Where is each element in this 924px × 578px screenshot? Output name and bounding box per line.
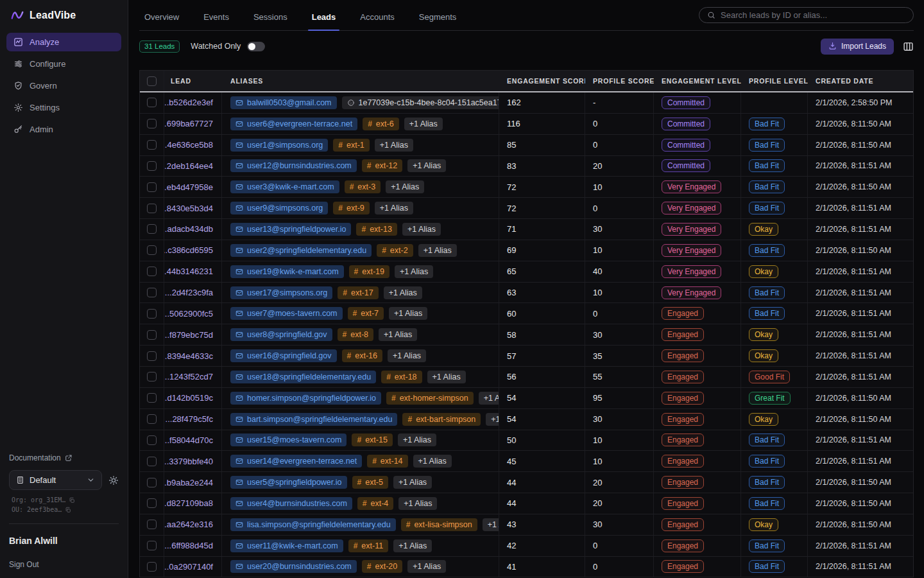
lead-id-link[interactable]: ...adacb434db — [164, 224, 213, 234]
lead-id-link[interactable]: ...f879ebc75d — [164, 330, 213, 340]
alias-more-chip[interactable]: +1 Alias — [407, 159, 446, 172]
lead-id-link[interactable]: ...5062900fc5 — [164, 309, 213, 319]
tab-segments[interactable]: Segments — [418, 12, 458, 30]
sidebar-item-admin[interactable]: Admin — [6, 120, 121, 139]
alias-email-text: balwill0503@gmail.com — [247, 98, 332, 107]
lead-id-link[interactable]: ...d827109ba8 — [164, 498, 213, 508]
alias-more-chip[interactable]: +1 Alias — [404, 118, 443, 130]
lead-id-link[interactable]: ...f58044d70c — [164, 435, 213, 445]
lead-id-link[interactable]: ...1243f52cd7 — [164, 372, 213, 381]
alias-email-text: user5@springfieldpower.io — [247, 478, 342, 487]
row-checkbox[interactable] — [147, 393, 157, 403]
sidebar-item-analyze[interactable]: Analyze — [6, 33, 121, 51]
environment-select[interactable]: Default — [9, 470, 102, 490]
tab-overview[interactable]: Overview — [143, 12, 180, 30]
alias-more-chip[interactable]: +1 Alias — [395, 265, 433, 278]
row-checkbox[interactable] — [147, 330, 157, 340]
row-checkbox[interactable] — [147, 288, 157, 297]
row-checkbox[interactable] — [147, 562, 157, 572]
alias-more-chip[interactable]: +1 Alias — [379, 328, 417, 341]
lead-id-link[interactable]: ...4e636ce5b8 — [164, 140, 213, 150]
sidebar-item-configure[interactable]: Configure — [6, 55, 121, 73]
alias-more-chip[interactable]: +1 Alias — [407, 560, 446, 573]
alias-more-chip[interactable]: +1 Alias — [418, 244, 457, 257]
row-checkbox[interactable] — [147, 204, 157, 213]
lead-id-link[interactable]: ...aa2642e316 — [164, 520, 213, 529]
row-checkbox[interactable] — [147, 245, 157, 255]
row-checkbox[interactable] — [147, 267, 157, 276]
alias-more-chip[interactable]: +1 Alias — [398, 497, 437, 510]
row-checkbox[interactable] — [147, 351, 157, 361]
alias-more-chip[interactable]: +1 Alias — [479, 392, 499, 405]
alias-email-text: user2@springfieldelementary.edu — [247, 246, 366, 255]
row-checkbox[interactable] — [147, 478, 157, 487]
mail-icon — [235, 436, 243, 444]
lead-id-link[interactable]: ...2d4f23c9fa — [165, 288, 213, 297]
alias-more-chip[interactable]: +1 Alias — [413, 455, 452, 468]
lead-id-link[interactable]: ...eb4d47958e — [164, 182, 213, 192]
row-checkbox[interactable] — [147, 435, 157, 445]
row-checkbox[interactable] — [147, 498, 157, 508]
alias-more-chip[interactable]: +1 Alias — [389, 307, 427, 320]
engagement-score-value: 72 — [499, 177, 585, 197]
lead-id-link[interactable]: ...699ba67727 — [164, 119, 213, 128]
alias-more-chip[interactable]: +1 Alias — [427, 371, 466, 383]
lead-id-link[interactable]: ...c386cd6595 — [164, 245, 213, 255]
lead-id-link[interactable]: ...28f479c5fc — [166, 414, 213, 424]
column-settings-button[interactable] — [903, 41, 914, 52]
lead-id-link[interactable]: ...44b3146231 — [164, 267, 213, 276]
import-leads-button[interactable]: Import Leads — [821, 39, 894, 55]
lead-id-link[interactable]: ...6ff988d45d — [164, 541, 213, 550]
theme-toggle-button[interactable] — [108, 475, 119, 486]
engagement-level-badge: Engaged — [662, 518, 704, 531]
alias-more-text: +1 Alias — [413, 562, 441, 571]
row-checkbox[interactable] — [147, 98, 157, 107]
lead-id-link[interactable]: ...b526d2e3ef — [164, 98, 213, 107]
lead-id-link[interactable]: ...0a2907140f — [164, 562, 213, 572]
row-checkbox[interactable] — [147, 457, 157, 466]
alias-ext-text: ext-2 — [390, 246, 408, 255]
alias-more-chip[interactable]: +1 Alias — [375, 139, 413, 152]
row-checkbox[interactable] — [147, 541, 157, 550]
lead-id-link[interactable]: ...8430e5b3d4 — [164, 204, 213, 213]
lead-id-link[interactable]: ...d142b0519c — [164, 393, 213, 403]
sign-out-link[interactable]: Sign Out — [9, 560, 119, 569]
select-all-checkbox[interactable] — [147, 76, 157, 86]
alias-more-chip[interactable]: +1 Alias — [402, 223, 441, 236]
tab-accounts[interactable]: Accounts — [359, 12, 395, 30]
documentation-label: Documentation — [9, 453, 61, 462]
alias-more-chip[interactable]: +1 Alias — [483, 518, 499, 531]
tab-sessions[interactable]: Sessions — [252, 12, 289, 30]
sidebar-item-govern[interactable]: Govern — [6, 76, 121, 95]
row-checkbox[interactable] — [147, 520, 157, 529]
alias-more-chip[interactable]: +1 Alias — [398, 434, 436, 446]
copy-icon[interactable] — [69, 497, 75, 504]
search-input[interactable] — [721, 10, 905, 20]
watched-only-toggle[interactable] — [247, 42, 265, 51]
alias-more-chip[interactable]: +1 Alias — [486, 413, 499, 426]
lead-id-link[interactable]: ...2deb164ee4 — [164, 161, 213, 171]
alias-more-chip[interactable]: +1 Alias — [386, 180, 424, 193]
alias-more-chip[interactable]: +1 Alias — [384, 286, 422, 299]
lead-id-link[interactable]: ...3379bbfe40 — [164, 457, 213, 466]
copy-icon[interactable] — [65, 507, 71, 513]
alias-more-chip[interactable]: +1 Alias — [393, 539, 432, 552]
alias-more-chip[interactable]: +1 Alias — [388, 349, 426, 362]
sidebar-item-settings[interactable]: Settings — [6, 98, 121, 117]
tab-events[interactable]: Events — [202, 12, 230, 30]
lead-id-link[interactable]: ...8394e4633c — [164, 351, 213, 361]
row-checkbox[interactable] — [147, 224, 157, 234]
alias-more-chip[interactable]: +1 Alias — [393, 476, 432, 489]
row-checkbox[interactable] — [147, 140, 157, 150]
tab-leads[interactable]: Leads — [311, 12, 338, 30]
lead-id-link[interactable]: ...b9aba2e244 — [164, 478, 213, 487]
row-checkbox[interactable] — [147, 309, 157, 319]
row-checkbox[interactable] — [147, 161, 157, 171]
row-checkbox[interactable] — [147, 372, 157, 381]
row-checkbox[interactable] — [147, 414, 157, 424]
row-checkbox[interactable] — [147, 119, 157, 128]
documentation-link[interactable]: Documentation — [9, 453, 119, 462]
alias-more-chip[interactable]: +1 Alias — [375, 202, 413, 215]
row-checkbox[interactable] — [147, 182, 157, 192]
chevron-down-icon — [87, 476, 95, 484]
